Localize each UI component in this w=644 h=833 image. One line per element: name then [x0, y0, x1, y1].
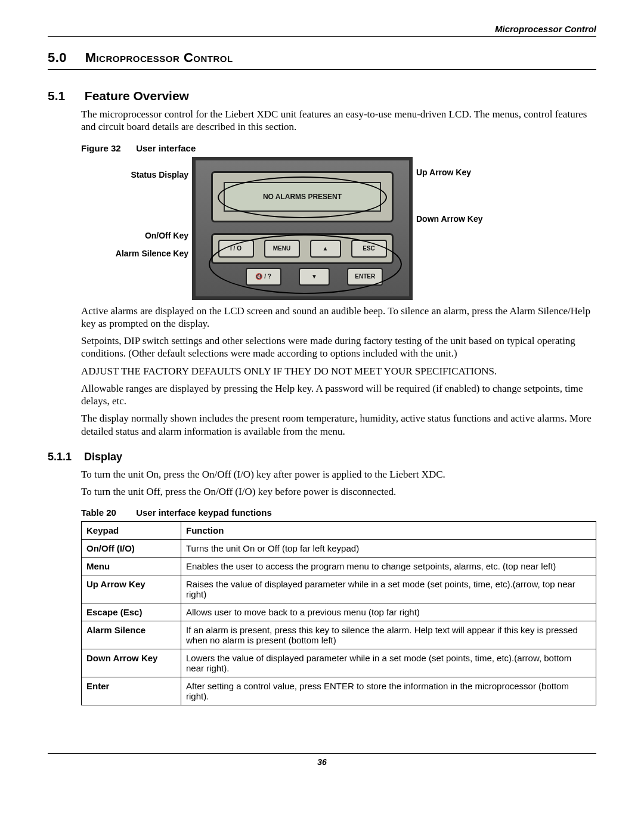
- figure-caption: Figure 32 User interface: [81, 143, 596, 153]
- subsection-heading: 5.1 Feature Overview: [48, 89, 596, 103]
- label-alarm-silence-key: Alarm Silence Key: [116, 249, 188, 258]
- keypad-table: Keypad Function On/Off (I/O) Turns the u…: [81, 521, 596, 705]
- cell-function: Enables the user to access the program m…: [181, 558, 596, 575]
- label-up-arrow-key: Up Arrow Key: [416, 168, 471, 177]
- cell-function: After setting a control value, press ENT…: [181, 677, 596, 705]
- page: Microprocessor Control 5.0 Microprocesso…: [0, 0, 644, 791]
- cell-keypad: Enter: [82, 677, 181, 705]
- cell-function: If an alarm is present, press this key t…: [181, 621, 596, 649]
- table-header-row: Keypad Function: [82, 522, 596, 540]
- cell-function: Turns the unit On or Off (top far left k…: [181, 540, 596, 558]
- cell-function: Lowers the value of displayed parameter …: [181, 649, 596, 677]
- label-status-display: Status Display: [131, 170, 188, 179]
- figure-left-labels: Status Display On/Off Key Alarm Silence …: [81, 157, 192, 300]
- para-display-normal: The display normally shown includes the …: [81, 412, 596, 438]
- header-rule: [48, 36, 596, 37]
- cell-keypad: Down Arrow Key: [82, 649, 181, 677]
- section-title: Microprocessor Control: [85, 50, 233, 65]
- figure-label: Figure 32: [81, 143, 134, 153]
- section-number: 5.0: [48, 50, 81, 66]
- table-label: Table 20: [81, 507, 134, 518]
- cell-keypad: Escape (Esc): [82, 603, 181, 621]
- lcd-frame: NO ALARMS PRESENT: [211, 171, 394, 222]
- cell-function: Raises the value of displayed parameter …: [181, 575, 596, 603]
- footer: 36: [48, 753, 596, 767]
- para-adjust-defaults: ADJUST THE FACTORY DEFAULTS ONLY IF THEY…: [81, 365, 596, 377]
- display-block: To turn the unit On, press the On/Off (I…: [81, 468, 596, 706]
- label-on-off-key: On/Off Key: [145, 231, 188, 240]
- cell-function: Allows user to move back to a previous m…: [181, 603, 596, 621]
- subsubsection-title: Display: [84, 451, 122, 463]
- callout-oval-keypad: [209, 234, 402, 294]
- table-row: Alarm Silence If an alarm is present, pr…: [82, 621, 596, 649]
- para-active-alarms: Active alarms are displayed on the LCD s…: [81, 305, 596, 330]
- cell-keypad: Alarm Silence: [82, 621, 181, 649]
- table-title: User interface keypad functions: [136, 507, 272, 518]
- para-turn-on: To turn the unit On, press the On/Off (I…: [81, 468, 596, 481]
- body-block: The microprocessor control for the Liebe…: [81, 108, 596, 438]
- table-row: Escape (Esc) Allows user to move back to…: [82, 603, 596, 621]
- cell-keypad: Up Arrow Key: [82, 575, 181, 603]
- table-row: On/Off (I/O) Turns the unit On or Off (t…: [82, 540, 596, 558]
- para-allowable-ranges: Allowable ranges are displayed by pressi…: [81, 382, 596, 408]
- cell-keypad: On/Off (I/O): [82, 540, 181, 558]
- subsection-title: Feature Overview: [85, 89, 189, 103]
- figure-right-labels: Up Arrow Key Down Arrow Key: [413, 157, 535, 300]
- table-row: Down Arrow Key Lowers the value of displ…: [82, 649, 596, 677]
- label-down-arrow-key: Down Arrow Key: [416, 214, 483, 224]
- table-row: Up Arrow Key Raises the value of display…: [82, 575, 596, 603]
- figure: Status Display On/Off Key Alarm Silence …: [81, 157, 596, 300]
- table-row: Enter After setting a control value, pre…: [82, 677, 596, 705]
- table-caption: Table 20 User interface keypad functions: [81, 507, 596, 518]
- subsection-number: 5.1: [48, 89, 81, 103]
- section-heading: 5.0 Microprocessor Control: [48, 50, 596, 66]
- table-row: Menu Enables the user to access the prog…: [82, 558, 596, 575]
- page-number: 36: [48, 757, 596, 767]
- para-setpoints: Setpoints, DIP switch settings and other…: [81, 335, 596, 360]
- figure-title: User interface: [136, 143, 196, 153]
- th-function: Function: [181, 522, 596, 540]
- subsubsection-number: 5.1.1: [48, 451, 81, 463]
- subsubsection-heading: 5.1.1 Display: [48, 451, 596, 463]
- callout-oval-lcd: [218, 176, 387, 218]
- intro-paragraph: The microprocessor control for the Liebe…: [81, 108, 596, 134]
- para-turn-off: To turn the unit Off, press the On/Off (…: [81, 485, 596, 498]
- device-panel: NO ALARMS PRESENT I / O MENU ▲ ESC 🔇 / ?…: [192, 157, 413, 300]
- section-rule: [48, 69, 596, 70]
- running-head: Microprocessor Control: [48, 24, 596, 34]
- cell-keypad: Menu: [82, 558, 181, 575]
- footer-rule: [48, 753, 596, 754]
- th-keypad: Keypad: [82, 522, 181, 540]
